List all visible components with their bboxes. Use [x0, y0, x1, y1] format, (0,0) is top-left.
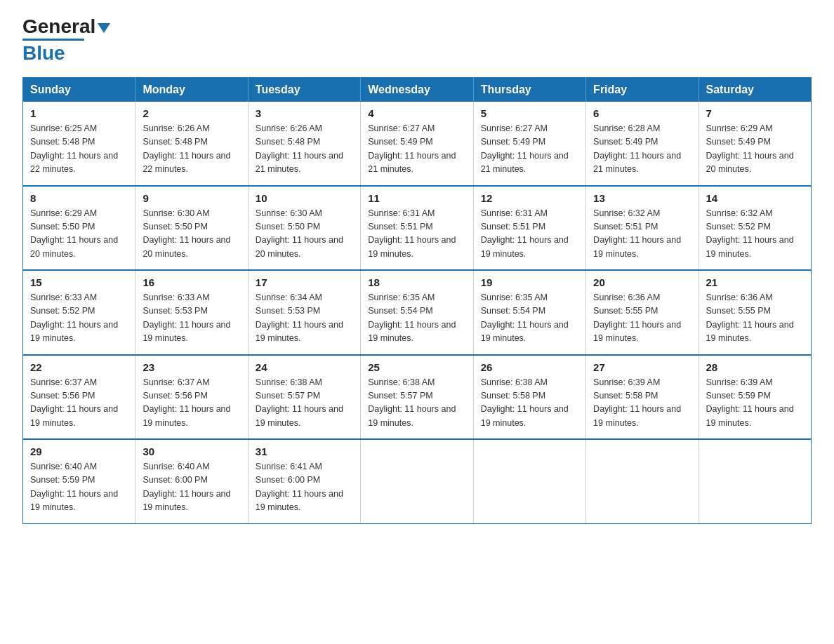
day-number: 12 — [481, 192, 578, 204]
calendar-cell: 24 Sunrise: 6:38 AMSunset: 5:57 PMDaylig… — [248, 355, 360, 440]
logo-general-text: General — [22, 17, 95, 36]
calendar-cell: 17 Sunrise: 6:34 AMSunset: 5:53 PMDaylig… — [248, 270, 360, 355]
day-info: Sunrise: 6:32 AMSunset: 5:52 PMDaylight:… — [706, 208, 794, 259]
calendar-cell: 31 Sunrise: 6:41 AMSunset: 6:00 PMDaylig… — [248, 439, 360, 523]
calendar-cell: 12 Sunrise: 6:31 AMSunset: 5:51 PMDaylig… — [473, 186, 585, 271]
calendar-cell: 5 Sunrise: 6:27 AMSunset: 5:49 PMDayligh… — [473, 102, 585, 186]
day-number: 9 — [143, 192, 240, 204]
day-info: Sunrise: 6:30 AMSunset: 5:50 PMDaylight:… — [256, 208, 343, 259]
day-info: Sunrise: 6:39 AMSunset: 5:59 PMDaylight:… — [706, 377, 794, 428]
calendar-cell: 11 Sunrise: 6:31 AMSunset: 5:51 PMDaylig… — [361, 186, 473, 271]
day-number: 23 — [143, 361, 240, 373]
day-number: 8 — [30, 192, 128, 204]
weekday-header-saturday: Saturday — [699, 78, 811, 102]
calendar-cell: 28 Sunrise: 6:39 AMSunset: 5:59 PMDaylig… — [699, 355, 811, 440]
day-info: Sunrise: 6:31 AMSunset: 5:51 PMDaylight:… — [481, 208, 569, 259]
day-info: Sunrise: 6:40 AMSunset: 5:59 PMDaylight:… — [30, 462, 118, 512]
calendar-cell: 30 Sunrise: 6:40 AMSunset: 6:00 PMDaylig… — [135, 439, 248, 523]
page-header: General Blue — [22, 17, 812, 65]
calendar-week-row: 15 Sunrise: 6:33 AMSunset: 5:52 PMDaylig… — [23, 270, 812, 355]
day-number: 28 — [706, 361, 804, 373]
day-info: Sunrise: 6:31 AMSunset: 5:51 PMDaylight:… — [368, 208, 456, 259]
day-number: 26 — [481, 361, 578, 373]
day-info: Sunrise: 6:32 AMSunset: 5:51 PMDaylight:… — [593, 208, 681, 259]
day-info: Sunrise: 6:36 AMSunset: 5:55 PMDaylight:… — [593, 293, 681, 343]
day-info: Sunrise: 6:41 AMSunset: 6:00 PMDaylight:… — [256, 462, 343, 512]
day-info: Sunrise: 6:38 AMSunset: 5:57 PMDaylight:… — [368, 377, 456, 428]
day-number: 14 — [706, 192, 804, 204]
day-number: 15 — [30, 276, 128, 288]
day-number: 19 — [481, 276, 578, 288]
day-info: Sunrise: 6:25 AMSunset: 5:48 PMDaylight:… — [30, 123, 118, 174]
day-info: Sunrise: 6:34 AMSunset: 5:53 PMDaylight:… — [256, 293, 343, 343]
calendar-cell: 14 Sunrise: 6:32 AMSunset: 5:52 PMDaylig… — [699, 186, 811, 271]
day-number: 5 — [481, 107, 578, 119]
calendar-cell — [699, 439, 811, 523]
calendar-table: SundayMondayTuesdayWednesdayThursdayFrid… — [22, 77, 812, 524]
calendar-week-row: 22 Sunrise: 6:37 AMSunset: 5:56 PMDaylig… — [23, 355, 812, 440]
day-number: 11 — [368, 192, 465, 204]
calendar-cell: 19 Sunrise: 6:35 AMSunset: 5:54 PMDaylig… — [473, 270, 585, 355]
day-info: Sunrise: 6:35 AMSunset: 5:54 PMDaylight:… — [368, 293, 456, 343]
calendar-cell: 13 Sunrise: 6:32 AMSunset: 5:51 PMDaylig… — [586, 186, 699, 271]
day-number: 16 — [143, 276, 240, 288]
day-info: Sunrise: 6:39 AMSunset: 5:58 PMDaylight:… — [593, 377, 681, 428]
calendar-header-row: SundayMondayTuesdayWednesdayThursdayFrid… — [23, 78, 812, 102]
day-info: Sunrise: 6:28 AMSunset: 5:49 PMDaylight:… — [593, 123, 681, 174]
day-info: Sunrise: 6:30 AMSunset: 5:50 PMDaylight:… — [143, 208, 230, 259]
day-info: Sunrise: 6:40 AMSunset: 6:00 PMDaylight:… — [143, 462, 230, 512]
calendar-cell: 7 Sunrise: 6:29 AMSunset: 5:49 PMDayligh… — [699, 102, 811, 186]
day-number: 30 — [143, 445, 240, 457]
logo: General Blue — [22, 17, 110, 65]
calendar-cell: 10 Sunrise: 6:30 AMSunset: 5:50 PMDaylig… — [248, 186, 360, 271]
calendar-cell: 3 Sunrise: 6:26 AMSunset: 5:48 PMDayligh… — [248, 102, 360, 186]
calendar-week-row: 1 Sunrise: 6:25 AMSunset: 5:48 PMDayligh… — [23, 102, 812, 186]
day-info: Sunrise: 6:37 AMSunset: 5:56 PMDaylight:… — [30, 377, 118, 428]
weekday-header-tuesday: Tuesday — [248, 78, 360, 102]
day-info: Sunrise: 6:33 AMSunset: 5:52 PMDaylight:… — [30, 293, 118, 343]
day-number: 4 — [368, 107, 465, 119]
logo-blue-text: Blue — [22, 42, 65, 64]
day-number: 2 — [143, 107, 240, 119]
day-number: 29 — [30, 445, 128, 457]
day-info: Sunrise: 6:29 AMSunset: 5:50 PMDaylight:… — [30, 208, 118, 259]
calendar-cell: 6 Sunrise: 6:28 AMSunset: 5:49 PMDayligh… — [586, 102, 699, 186]
day-info: Sunrise: 6:38 AMSunset: 5:58 PMDaylight:… — [481, 377, 569, 428]
day-info: Sunrise: 6:26 AMSunset: 5:48 PMDaylight:… — [143, 123, 230, 174]
day-info: Sunrise: 6:37 AMSunset: 5:56 PMDaylight:… — [143, 377, 230, 428]
day-info: Sunrise: 6:33 AMSunset: 5:53 PMDaylight:… — [143, 293, 230, 343]
day-number: 3 — [256, 107, 353, 119]
day-info: Sunrise: 6:35 AMSunset: 5:54 PMDaylight:… — [481, 293, 569, 343]
day-number: 7 — [706, 107, 804, 119]
calendar-cell: 4 Sunrise: 6:27 AMSunset: 5:49 PMDayligh… — [361, 102, 473, 186]
calendar-cell — [361, 439, 473, 523]
calendar-cell: 8 Sunrise: 6:29 AMSunset: 5:50 PMDayligh… — [23, 186, 135, 271]
day-number: 22 — [30, 361, 128, 373]
calendar-cell: 29 Sunrise: 6:40 AMSunset: 5:59 PMDaylig… — [23, 439, 135, 523]
calendar-cell: 23 Sunrise: 6:37 AMSunset: 5:56 PMDaylig… — [135, 355, 248, 440]
calendar-cell: 9 Sunrise: 6:30 AMSunset: 5:50 PMDayligh… — [135, 186, 248, 271]
day-info: Sunrise: 6:36 AMSunset: 5:55 PMDaylight:… — [706, 293, 794, 343]
day-number: 25 — [368, 361, 465, 373]
calendar-cell — [473, 439, 585, 523]
calendar-week-row: 8 Sunrise: 6:29 AMSunset: 5:50 PMDayligh… — [23, 186, 812, 271]
calendar-cell: 26 Sunrise: 6:38 AMSunset: 5:58 PMDaylig… — [473, 355, 585, 440]
calendar-cell — [586, 439, 699, 523]
day-number: 18 — [368, 276, 465, 288]
calendar-cell: 27 Sunrise: 6:39 AMSunset: 5:58 PMDaylig… — [586, 355, 699, 440]
logo-triangle-icon — [98, 23, 110, 33]
calendar-cell: 2 Sunrise: 6:26 AMSunset: 5:48 PMDayligh… — [135, 102, 248, 186]
weekday-header-monday: Monday — [135, 78, 248, 102]
calendar-cell: 1 Sunrise: 6:25 AMSunset: 5:48 PMDayligh… — [23, 102, 135, 186]
day-info: Sunrise: 6:29 AMSunset: 5:49 PMDaylight:… — [706, 123, 794, 174]
day-number: 31 — [256, 445, 353, 457]
day-info: Sunrise: 6:38 AMSunset: 5:57 PMDaylight:… — [256, 377, 343, 428]
day-info: Sunrise: 6:27 AMSunset: 5:49 PMDaylight:… — [481, 123, 569, 174]
day-number: 21 — [706, 276, 804, 288]
calendar-cell: 16 Sunrise: 6:33 AMSunset: 5:53 PMDaylig… — [135, 270, 248, 355]
day-number: 10 — [256, 192, 353, 204]
calendar-cell: 22 Sunrise: 6:37 AMSunset: 5:56 PMDaylig… — [23, 355, 135, 440]
day-number: 1 — [30, 107, 128, 119]
logo-divider — [22, 39, 84, 41]
calendar-cell: 25 Sunrise: 6:38 AMSunset: 5:57 PMDaylig… — [361, 355, 473, 440]
